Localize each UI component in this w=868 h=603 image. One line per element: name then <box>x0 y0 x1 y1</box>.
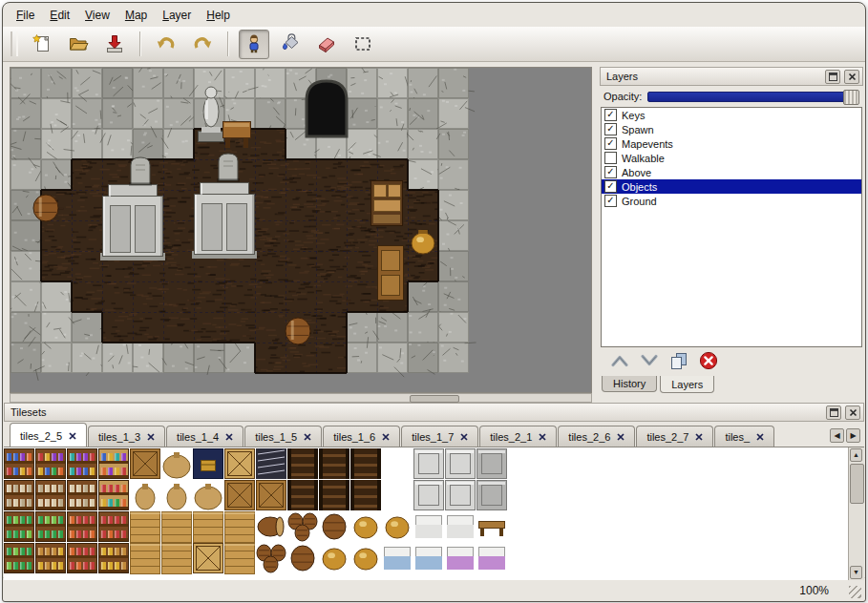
player-tool-icon <box>243 33 265 54</box>
toolbar-handle[interactable] <box>11 31 18 56</box>
tab-close-icon[interactable] <box>304 433 311 441</box>
dock-tab-history[interactable]: History <box>602 376 657 392</box>
toolbar-separator <box>227 31 229 56</box>
map-viewport <box>10 67 592 393</box>
undo-button[interactable] <box>151 30 181 59</box>
redo-button[interactable] <box>187 30 218 59</box>
tileset-tab-tiles_1_7[interactable]: tiles_1_7 <box>401 426 478 447</box>
layer-row-walkable[interactable]: Walkable <box>602 151 861 165</box>
fill-tool-button[interactable] <box>275 30 306 59</box>
move-layer-up-button[interactable] <box>609 353 630 371</box>
layer-actions <box>600 347 863 376</box>
layer-row-ground[interactable]: ✓Ground <box>602 194 861 208</box>
tileset-vscroll-thumb[interactable] <box>850 464 864 504</box>
tileset-tab-tiles_1_3[interactable]: tiles_1_3 <box>88 426 165 447</box>
tileset-tab-tiles_1_6[interactable]: tiles_1_6 <box>323 426 400 447</box>
layer-visibility-checkbox[interactable]: ✓ <box>604 137 617 150</box>
layer-visibility-checkbox[interactable] <box>604 152 617 164</box>
tileset-tab-tiles_1_4[interactable]: tiles_1_4 <box>166 426 243 447</box>
tileset-tab-bar: tiles_2_5tiles_1_3tiles_1_4tiles_1_5tile… <box>10 422 824 447</box>
layer-label: Keys <box>622 110 645 121</box>
layer-row-above[interactable]: ✓Above <box>602 165 861 179</box>
tileset-tab-label: tiles_1_6 <box>333 431 375 443</box>
move-layer-down-button[interactable] <box>639 353 660 371</box>
tab-close-icon[interactable] <box>756 433 764 441</box>
layer-visibility-checkbox[interactable]: ✓ <box>604 180 617 193</box>
layer-row-spawn[interactable]: ✓Spawn <box>602 122 861 136</box>
opacity-label: Opacity: <box>603 91 642 102</box>
tileset-canvas[interactable] <box>4 447 849 580</box>
tab-close-icon[interactable] <box>69 432 76 440</box>
layer-visibility-checkbox[interactable]: ✓ <box>604 109 617 121</box>
float-icon[interactable] <box>826 405 841 420</box>
tab-close-icon[interactable] <box>147 433 155 441</box>
tab-close-icon[interactable] <box>225 433 233 441</box>
menu-item-help[interactable]: Help <box>199 5 238 26</box>
layers-dock: Layers Opacity: ✓Keys✓Spawn✓MapeventsWal… <box>600 67 863 397</box>
toolbar <box>3 27 865 62</box>
layer-row-objects[interactable]: ✓Objects <box>602 179 861 194</box>
tileset-tab-tiles_[interactable]: tiles_ <box>714 426 774 447</box>
menu-item-layer[interactable]: Layer <box>155 5 199 26</box>
map-canvas[interactable] <box>11 68 591 392</box>
layer-visibility-checkbox[interactable]: ✓ <box>604 195 617 207</box>
tab-close-icon[interactable] <box>539 433 546 441</box>
eraser-tool-button[interactable] <box>311 30 342 59</box>
tab-scroll-left-button[interactable]: ◀ <box>830 428 844 443</box>
menu-item-file[interactable]: File <box>9 5 42 26</box>
delete-layer-button[interactable] <box>698 350 719 374</box>
tileset-tab-tiles_2_5[interactable]: tiles_2_5 <box>10 423 87 447</box>
opacity-slider-handle[interactable] <box>843 90 859 105</box>
tileset-tab-tiles_2_7[interactable]: tiles_2_7 <box>636 426 713 447</box>
new-file-button[interactable] <box>27 30 57 59</box>
select-tool-button[interactable] <box>348 30 378 59</box>
layer-visibility-checkbox[interactable]: ✓ <box>604 166 617 178</box>
tileset-vertical-scrollbar[interactable]: ▲ ▼ <box>848 447 864 580</box>
menu-item-view[interactable]: View <box>77 5 117 26</box>
layer-label: Spawn <box>622 124 654 135</box>
player-tool-button[interactable] <box>239 30 269 59</box>
dock-tab-bar: HistoryLayers <box>600 376 863 397</box>
close-icon[interactable] <box>845 405 860 420</box>
tab-close-icon[interactable] <box>617 433 625 441</box>
layer-label: Mapevents <box>622 138 673 150</box>
dock-tab-layers[interactable]: Layers <box>660 376 714 393</box>
open-file-button[interactable] <box>63 30 94 59</box>
close-icon[interactable] <box>844 70 859 84</box>
menu-bar: FileEditViewMapLayerHelp <box>3 3 865 27</box>
layer-list: ✓Keys✓Spawn✓MapeventsWalkable✓Above✓Obje… <box>601 107 862 347</box>
tileset-tab-tiles_1_5[interactable]: tiles_1_5 <box>244 426 322 447</box>
layer-row-mapevents[interactable]: ✓Mapevents <box>602 136 861 151</box>
tab-close-icon[interactable] <box>460 433 468 441</box>
tab-scroll-right-button[interactable]: ▶ <box>846 428 860 443</box>
save-file-button[interactable] <box>99 30 130 59</box>
map-hscroll-thumb[interactable] <box>410 395 459 403</box>
layer-row-keys[interactable]: ✓Keys <box>602 108 861 122</box>
open-file-icon <box>68 33 89 54</box>
map-horizontal-scrollbar[interactable] <box>10 393 592 403</box>
eraser-tool-icon <box>316 33 337 54</box>
toolbar-separator <box>139 31 141 56</box>
duplicate-layer-button[interactable] <box>668 351 689 373</box>
save-file-icon <box>104 33 125 54</box>
tab-close-icon[interactable] <box>382 433 390 441</box>
tileset-tab-label: tiles_ <box>725 431 750 443</box>
float-icon[interactable] <box>825 70 840 84</box>
resize-grip[interactable] <box>849 586 861 598</box>
tileset-tab-tiles_2_1[interactable]: tiles_2_1 <box>479 426 557 447</box>
scroll-down-icon[interactable]: ▼ <box>850 566 862 579</box>
menu-item-edit[interactable]: Edit <box>42 5 77 26</box>
opacity-slider[interactable] <box>647 92 859 102</box>
layers-dock-titlebar: Layers <box>600 67 863 86</box>
tileset-tab-label: tiles_1_4 <box>177 431 219 443</box>
layer-visibility-checkbox[interactable]: ✓ <box>604 123 617 135</box>
tileset-tab-tiles_2_6[interactable]: tiles_2_6 <box>558 426 635 447</box>
scroll-up-icon[interactable]: ▲ <box>850 448 862 462</box>
menu-item-map[interactable]: Map <box>117 5 155 26</box>
tileset-tab-label: tiles_2_6 <box>568 431 610 443</box>
move-layer-up-icon <box>609 353 630 371</box>
tilesets-dock-titlebar: Tilesets <box>4 403 864 422</box>
layer-label: Walkable <box>622 153 665 164</box>
tab-close-icon[interactable] <box>695 433 703 441</box>
select-tool-icon <box>352 33 373 54</box>
